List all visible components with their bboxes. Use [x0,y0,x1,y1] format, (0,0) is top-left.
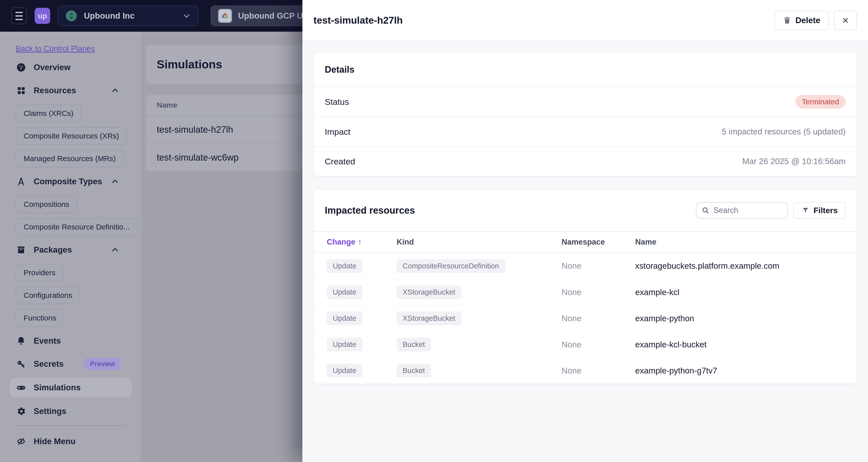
back-to-control-planes-link[interactable]: Back to Control Planes [16,44,95,53]
kind-badge: XStorageBucket [397,285,461,299]
impacted-resources-table: Change ↑ Kind Namespace Name Update Comp… [314,231,857,383]
namespace-cell: None [562,261,635,271]
name-cell: example-kcl [635,288,857,297]
name-cell: example-kcl-bucket [635,340,857,349]
status-label: Status [325,97,349,107]
key-icon [16,358,27,370]
gear-icon [16,406,27,417]
kind-badge: Bucket [397,338,431,351]
bell-icon [16,335,27,346]
sidebar-item-label: Simulations [34,383,81,393]
search-box[interactable] [696,202,788,219]
preview-badge: Preview [84,358,121,370]
chevron-down-icon [182,11,191,21]
impacted-resources-title: Impacted resources [325,205,415,216]
sidebar-item-packages[interactable]: Packages [0,241,141,259]
sidebar-item-label: Secrets [34,359,64,369]
sidebar-item-secrets[interactable]: Secrets Preview [0,355,141,373]
hide-menu-label: Hide Menu [34,437,75,446]
sidebar-chip-compositions[interactable]: Compositions [16,196,78,213]
table-row[interactable]: Update XStorageBucket None example-kcl [314,279,857,305]
name-cell: example-python [635,314,857,323]
detail-row-created: Created Mar 26 2025 @ 10:16:56am [314,146,857,176]
sidebar-item-overview[interactable]: Overview [0,58,141,77]
sidebar-item-composite-types[interactable]: Composite Types [0,172,141,191]
filters-button-label: Filters [813,206,838,215]
sidebar-chip-composite-resource-definitions[interactable]: Composite Resource Definitio... [16,218,137,236]
chevron-up-icon[interactable] [111,245,120,254]
sidebar-item-events[interactable]: Events [0,332,141,350]
sidebar-chip-managed-resources[interactable]: Managed Resources (MRs) [16,150,124,167]
sidebar-chip-claims[interactable]: Claims (XRCs) [16,105,82,122]
sidebar-item-simulations[interactable]: Simulations [10,378,132,397]
name-cell: xstoragebuckets.platform.example.com [635,261,857,271]
created-label: Created [325,156,355,166]
app-window: up Upbound Inc [0,0,868,462]
kind-badge: XStorageBucket [397,312,461,325]
impact-value: 5 impacted resources (5 updated) [722,127,846,137]
chevron-up-icon[interactable] [111,86,120,95]
drawer-body: Details Status Terminated Impact 5 impac… [302,41,868,395]
status-badge: Terminated [796,95,846,109]
org-avatar [65,9,78,22]
sidebar-item-label: Resources [34,86,76,95]
detail-row-impact: Impact 5 impacted resources (5 updated) [314,117,857,146]
namespace-cell: None [562,366,635,376]
upbound-logo[interactable]: up [35,8,50,24]
org-selector[interactable]: Upbound Inc [58,5,198,26]
detail-row-status: Status Terminated [314,87,857,117]
trash-icon [783,16,792,25]
org-name: Upbound Inc [84,11,176,21]
sidebar-item-label: Overview [34,63,70,72]
column-header-name[interactable]: Name [635,237,857,247]
change-badge: Update [327,364,363,378]
namespace-cell: None [562,288,635,297]
drawer-title: test-simulate-h27lh [313,15,403,26]
column-header-kind[interactable]: Kind [397,237,562,247]
search-input[interactable] [713,206,782,215]
sidebar-chip-configurations[interactable]: Configurations [16,287,80,304]
impact-label: Impact [325,127,350,137]
column-header-namespace[interactable]: Namespace [562,237,635,247]
page-title: Simulations [157,58,222,71]
change-badge: Update [327,285,363,299]
namespace-cell: None [562,340,635,349]
hide-menu-button[interactable]: Hide Menu [0,432,141,451]
sidebar-item-label: Composite Types [34,177,102,186]
table-row[interactable]: Update XStorageBucket None example-pytho… [314,305,857,331]
delete-button-label: Delete [796,16,820,25]
created-value: Mar 26 2025 @ 10:16:56am [742,156,846,166]
sidebar-chip-functions[interactable]: Functions [16,309,64,327]
table-row[interactable]: Update Bucket None example-kcl-bucket [314,331,857,357]
table-row[interactable]: Update Bucket None example-python-g7tv7 [314,357,857,383]
grid-icon [16,85,27,96]
simulations-controller-icon [16,382,27,393]
filters-button[interactable]: Filters [794,202,846,219]
overview-gauge-icon [16,62,27,73]
name-cell: example-python-g7tv7 [635,366,857,376]
close-drawer-button[interactable]: × [834,10,857,30]
kind-badge: Bucket [397,364,431,378]
kind-badge: CompositeResourceDefinition [397,259,505,273]
column-header-change[interactable]: Change ↑ [327,237,397,247]
change-badge: Update [327,338,363,351]
sidebar-item-settings[interactable]: Settings [0,402,141,420]
details-header: Details [314,53,857,87]
search-icon [702,206,710,214]
control-plane-name: Upbound GCP U [238,11,303,21]
control-plane-selector[interactable]: Upbound GCP U [211,5,316,26]
sidebar-chip-providers[interactable]: Providers [16,264,64,282]
change-badge: Update [327,312,363,325]
drawer-header: test-simulate-h27lh Delete × [302,0,868,41]
sidebar-item-resources[interactable]: Resources [0,82,141,99]
table-row[interactable]: Update CompositeResourceDefinition None … [314,253,857,279]
sort-ascending-icon: ↑ [358,237,362,247]
chevron-up-icon[interactable] [111,177,120,186]
delete-button[interactable]: Delete [774,10,829,30]
sidebar-item-label: Settings [34,406,66,416]
simulation-detail-drawer: test-simulate-h27lh Delete × Details [302,0,868,462]
eye-off-icon [16,436,27,447]
filter-funnel-icon [801,206,809,214]
sidebar-chip-composite-resources[interactable]: Composite Resources (XRs) [16,127,127,145]
hamburger-menu-button[interactable] [11,7,27,24]
